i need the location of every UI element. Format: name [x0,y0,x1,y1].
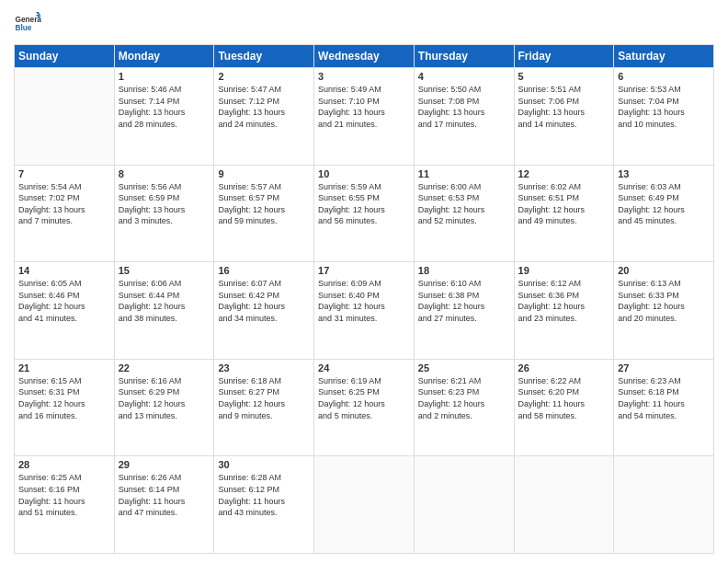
calendar-cell [314,456,415,554]
day-info: Sunrise: 6:03 AMSunset: 6:49 PMDaylight:… [618,181,710,227]
day-number: 24 [318,362,410,373]
calendar-cell: 17Sunrise: 6:09 AMSunset: 6:40 PMDayligh… [314,262,415,360]
day-number: 7 [18,168,110,179]
day-number: 6 [618,71,710,82]
weekday-header: Monday [114,45,214,68]
calendar-cell: 15Sunrise: 6:06 AMSunset: 6:44 PMDayligh… [114,262,214,360]
day-number: 27 [618,362,710,373]
week-row: 28Sunrise: 6:25 AMSunset: 6:16 PMDayligh… [15,456,714,554]
week-row: 21Sunrise: 6:15 AMSunset: 6:31 PMDayligh… [15,359,714,456]
day-info: Sunrise: 5:50 AMSunset: 7:08 PMDaylight:… [418,84,510,130]
day-info: Sunrise: 6:12 AMSunset: 6:36 PMDaylight:… [518,278,610,324]
logo: General Blue [14,9,41,37]
calendar-cell: 7Sunrise: 5:54 AMSunset: 7:02 PMDaylight… [15,165,115,262]
day-number: 2 [218,71,310,82]
calendar-cell: 12Sunrise: 6:02 AMSunset: 6:51 PMDayligh… [514,165,614,262]
day-info: Sunrise: 5:57 AMSunset: 6:57 PMDaylight:… [218,181,310,227]
calendar-table: SundayMondayTuesdayWednesdayThursdayFrid… [14,44,714,554]
day-number: 20 [618,265,710,276]
day-number: 19 [518,265,610,276]
day-info: Sunrise: 5:54 AMSunset: 7:02 PMDaylight:… [18,181,110,227]
week-row: 1Sunrise: 5:46 AMSunset: 7:14 PMDaylight… [15,68,714,166]
day-info: Sunrise: 6:28 AMSunset: 6:12 PMDaylight:… [218,472,310,518]
day-info: Sunrise: 6:07 AMSunset: 6:42 PMDaylight:… [218,278,310,324]
day-number: 26 [518,362,610,373]
day-number: 3 [318,71,410,82]
day-number: 8 [119,168,210,179]
day-info: Sunrise: 5:47 AMSunset: 7:12 PMDaylight:… [218,84,310,130]
calendar-cell: 24Sunrise: 6:19 AMSunset: 6:25 PMDayligh… [314,359,415,456]
page-header: General Blue [14,9,714,37]
day-number: 15 [119,265,210,276]
day-info: Sunrise: 6:21 AMSunset: 6:23 PMDaylight:… [418,375,510,421]
weekday-header: Tuesday [214,45,314,68]
calendar-cell [15,68,115,166]
calendar-cell: 29Sunrise: 6:26 AMSunset: 6:14 PMDayligh… [114,456,214,554]
day-info: Sunrise: 6:22 AMSunset: 6:20 PMDaylight:… [518,375,610,421]
day-info: Sunrise: 5:49 AMSunset: 7:10 PMDaylight:… [318,84,410,130]
day-number: 30 [218,459,310,470]
day-info: Sunrise: 5:56 AMSunset: 6:59 PMDaylight:… [119,181,210,227]
calendar-cell: 14Sunrise: 6:05 AMSunset: 6:46 PMDayligh… [15,262,115,360]
calendar-cell: 18Sunrise: 6:10 AMSunset: 6:38 PMDayligh… [414,262,514,360]
day-number: 1 [119,71,210,82]
calendar-cell: 23Sunrise: 6:18 AMSunset: 6:27 PMDayligh… [214,359,314,456]
day-info: Sunrise: 6:15 AMSunset: 6:31 PMDaylight:… [18,375,110,421]
calendar-cell: 25Sunrise: 6:21 AMSunset: 6:23 PMDayligh… [414,359,514,456]
day-number: 9 [218,168,310,179]
week-row: 7Sunrise: 5:54 AMSunset: 7:02 PMDaylight… [15,165,714,262]
weekday-header: Wednesday [314,45,415,68]
day-info: Sunrise: 6:05 AMSunset: 6:46 PMDaylight:… [18,278,110,324]
svg-text:Blue: Blue [16,24,32,32]
day-info: Sunrise: 6:23 AMSunset: 6:18 PMDaylight:… [618,375,710,421]
calendar-cell [614,456,714,554]
day-info: Sunrise: 6:16 AMSunset: 6:29 PMDaylight:… [119,375,210,421]
calendar-cell: 3Sunrise: 5:49 AMSunset: 7:10 PMDaylight… [314,68,415,166]
day-info: Sunrise: 6:06 AMSunset: 6:44 PMDaylight:… [119,278,210,324]
day-number: 18 [418,265,510,276]
day-number: 4 [418,71,510,82]
day-number: 28 [18,459,110,470]
day-info: Sunrise: 6:00 AMSunset: 6:53 PMDaylight:… [418,181,510,227]
calendar-cell: 4Sunrise: 5:50 AMSunset: 7:08 PMDaylight… [414,68,514,166]
day-info: Sunrise: 5:51 AMSunset: 7:06 PMDaylight:… [518,84,610,130]
day-number: 29 [119,459,210,470]
calendar-cell: 2Sunrise: 5:47 AMSunset: 7:12 PMDaylight… [214,68,314,166]
day-info: Sunrise: 6:09 AMSunset: 6:40 PMDaylight:… [318,278,410,324]
day-info: Sunrise: 6:19 AMSunset: 6:25 PMDaylight:… [318,375,410,421]
calendar-cell [414,456,514,554]
calendar-cell: 21Sunrise: 6:15 AMSunset: 6:31 PMDayligh… [15,359,115,456]
day-number: 25 [418,362,510,373]
calendar-cell: 11Sunrise: 6:00 AMSunset: 6:53 PMDayligh… [414,165,514,262]
day-number: 23 [218,362,310,373]
day-info: Sunrise: 5:53 AMSunset: 7:04 PMDaylight:… [618,84,710,130]
day-info: Sunrise: 6:02 AMSunset: 6:51 PMDaylight:… [518,181,610,227]
calendar-cell [514,456,614,554]
day-info: Sunrise: 6:26 AMSunset: 6:14 PMDaylight:… [119,472,210,518]
day-number: 10 [318,168,410,179]
day-info: Sunrise: 6:18 AMSunset: 6:27 PMDaylight:… [218,375,310,421]
weekday-header: Friday [514,45,614,68]
weekday-header-row: SundayMondayTuesdayWednesdayThursdayFrid… [15,45,714,68]
day-number: 11 [418,168,510,179]
day-number: 21 [18,362,110,373]
day-info: Sunrise: 5:59 AMSunset: 6:55 PMDaylight:… [318,181,410,227]
calendar-cell: 10Sunrise: 5:59 AMSunset: 6:55 PMDayligh… [314,165,415,262]
weekday-header: Thursday [414,45,514,68]
day-number: 14 [18,265,110,276]
calendar-cell: 1Sunrise: 5:46 AMSunset: 7:14 PMDaylight… [114,68,214,166]
calendar-cell: 26Sunrise: 6:22 AMSunset: 6:20 PMDayligh… [514,359,614,456]
day-number: 5 [518,71,610,82]
day-info: Sunrise: 6:13 AMSunset: 6:33 PMDaylight:… [618,278,710,324]
day-number: 12 [518,168,610,179]
calendar-cell: 6Sunrise: 5:53 AMSunset: 7:04 PMDaylight… [614,68,714,166]
day-number: 17 [318,265,410,276]
day-number: 22 [119,362,210,373]
calendar-cell: 30Sunrise: 6:28 AMSunset: 6:12 PMDayligh… [214,456,314,554]
calendar-cell: 13Sunrise: 6:03 AMSunset: 6:49 PMDayligh… [614,165,714,262]
calendar-cell: 20Sunrise: 6:13 AMSunset: 6:33 PMDayligh… [614,262,714,360]
day-number: 16 [218,265,310,276]
day-number: 13 [618,168,710,179]
calendar-cell: 5Sunrise: 5:51 AMSunset: 7:06 PMDaylight… [514,68,614,166]
logo-icon: General Blue [14,9,41,37]
